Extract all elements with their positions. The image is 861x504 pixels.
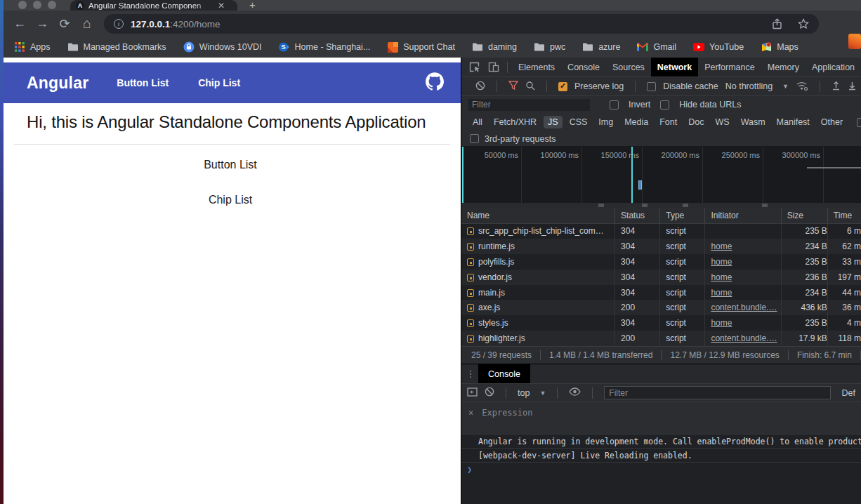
bookmark-item[interactable]: Apps [14,41,51,53]
close-window-button[interactable] [18,1,27,9]
request-row[interactable]: src_app_chip-list_chip-list_com… 304 scr… [461,223,861,239]
type-filter-chip[interactable]: JS [544,116,563,128]
bookmark-item[interactable]: daming [472,41,517,53]
new-tab-button[interactable]: + [249,0,256,11]
request-name[interactable]: vendor.js [461,270,615,285]
log-levels-select[interactable]: Def [838,388,855,398]
console-drawer-tab[interactable]: Console [478,364,530,383]
bookmark-item[interactable]: azure [582,41,620,53]
request-row[interactable]: highlighter.js 200 script content.bundle… [461,331,861,346]
type-filter-chip[interactable]: Other [817,116,847,128]
request-name[interactable]: styles.js [461,315,615,331]
third-party-checkbox[interactable] [470,134,479,143]
preserve-log-checkbox[interactable] [558,82,567,91]
request-row[interactable]: vendor.js 304 script home 236 B 197 m [461,270,861,285]
disable-cache-checkbox[interactable] [647,82,656,91]
request-name[interactable]: polyfills.js [461,254,615,270]
device-toolbar-icon[interactable] [488,62,499,72]
console-message[interactable]: Angular is running in development mode. … [461,434,861,448]
console-filter-input[interactable]: Filter [604,386,830,399]
address-bar[interactable]: i 127.0.0.1:4200/home [104,14,819,34]
browser-tab[interactable]: A Angular Standalone Componen ✕ [70,0,237,11]
devtools-tab[interactable]: Performance [698,58,761,77]
request-name[interactable]: axe.js [461,300,615,315]
share-icon[interactable] [772,18,782,29]
extension-icon[interactable] [848,34,861,49]
clear-icon[interactable] [475,81,485,93]
col-header-time[interactable]: Time [827,208,861,223]
bookmark-item[interactable]: YouTube [693,41,744,53]
type-filter-chip[interactable]: Manifest [773,116,814,128]
type-filter-chip[interactable]: Wasm [737,116,770,128]
console-prompt[interactable]: ❯ [461,462,861,476]
github-icon[interactable] [426,72,444,93]
request-name[interactable]: src_app_chip-list_chip-list_com… [461,223,615,239]
request-row[interactable]: main.js 304 script home 234 B 44 m [461,285,861,300]
app-nav-link[interactable]: Button List [117,77,169,88]
devtools-tab[interactable]: Application [806,58,861,77]
throttling-select[interactable]: No throttling [725,81,773,91]
type-filter-chip[interactable]: Font [655,116,681,128]
hide-data-urls-checkbox[interactable] [660,100,669,110]
type-filter-chip[interactable]: Media [620,116,652,128]
col-header-initiator[interactable]: Initiator [705,208,781,223]
bookmark-item[interactable]: Managed Bookmarks [67,41,166,53]
console-sidebar-icon[interactable] [467,387,478,399]
type-filter-chip[interactable]: WS [711,116,733,128]
clear-console-icon[interactable] [485,387,494,399]
type-filter-chip[interactable]: CSS [565,116,592,128]
request-name[interactable]: main.js [461,285,615,300]
close-icon[interactable]: × [468,408,473,418]
search-icon[interactable] [525,81,535,93]
inspect-element-icon[interactable] [469,62,481,72]
type-filter-chip[interactable]: Doc [684,116,708,128]
devtools-tab[interactable]: Elements [512,58,561,77]
bookmark-item[interactable]: Windows 10VDI [183,41,262,53]
more-tools-icon[interactable]: ⋮ [466,369,475,379]
bookmark-item[interactable]: Maps [761,41,798,53]
console-empty-area[interactable] [461,476,861,504]
eye-icon[interactable] [569,387,581,398]
invert-checkbox[interactable] [610,100,619,110]
forward-button[interactable]: → [31,16,53,31]
page-link[interactable]: Chip List [0,194,461,206]
bookmark-star-icon[interactable] [798,18,809,29]
timeline-scroll-strip[interactable] [461,203,861,208]
page-link[interactable]: Button List [0,159,461,171]
request-name[interactable]: highlighter.js [461,331,615,346]
bookmark-item[interactable]: pwc [534,41,565,53]
import-har-icon[interactable] [832,81,841,93]
has-blocked-cookies-checkbox[interactable] [857,118,861,127]
request-row[interactable]: axe.js 200 script content.bundle.… 436 k… [461,300,861,315]
request-name[interactable]: runtime.js [461,239,615,254]
col-header-size[interactable]: Size [781,208,827,223]
site-info-icon[interactable]: i [114,19,124,29]
bookmark-item[interactable]: Support Chat [387,41,455,53]
devtools-tab[interactable]: Sources [606,58,651,77]
bookmark-item[interactable]: Gmail [637,41,676,53]
tab-close-icon[interactable]: ✕ [218,1,225,10]
minimize-window-button[interactable] [33,1,41,9]
col-header-name[interactable]: Name [461,208,615,223]
back-button[interactable]: ← [8,16,31,31]
devtools-tab[interactable]: Console [561,58,606,77]
col-header-status[interactable]: Status [615,208,660,223]
type-filter-chip[interactable]: Img [594,116,617,128]
network-conditions-icon[interactable] [796,81,808,93]
type-filter-chip[interactable]: All [468,116,487,128]
col-header-type[interactable]: Type [660,208,705,223]
app-nav-link[interactable]: Chip List [198,77,240,88]
bookmark-item[interactable]: S Home - Shanghai... [279,41,371,53]
request-row[interactable]: polyfills.js 304 script home 235 B 33 m [461,254,861,270]
home-button[interactable]: ⌂ [76,15,98,32]
type-filter-chip[interactable]: Fetch/XHR [489,116,541,128]
devtools-tab[interactable]: Network [651,58,698,77]
network-filter-input[interactable]: Filter [468,99,590,111]
reload-button[interactable]: ⟳ [53,16,76,32]
export-har-icon[interactable] [848,81,857,93]
request-row[interactable]: styles.js 304 script home 235 B 4 m [461,315,861,331]
context-selector[interactable]: top [518,388,530,398]
zoom-window-button[interactable] [48,1,56,9]
console-message[interactable]: [webpack-dev-server] Live Reloading enab… [461,448,861,462]
filter-funnel-icon[interactable] [508,81,518,92]
